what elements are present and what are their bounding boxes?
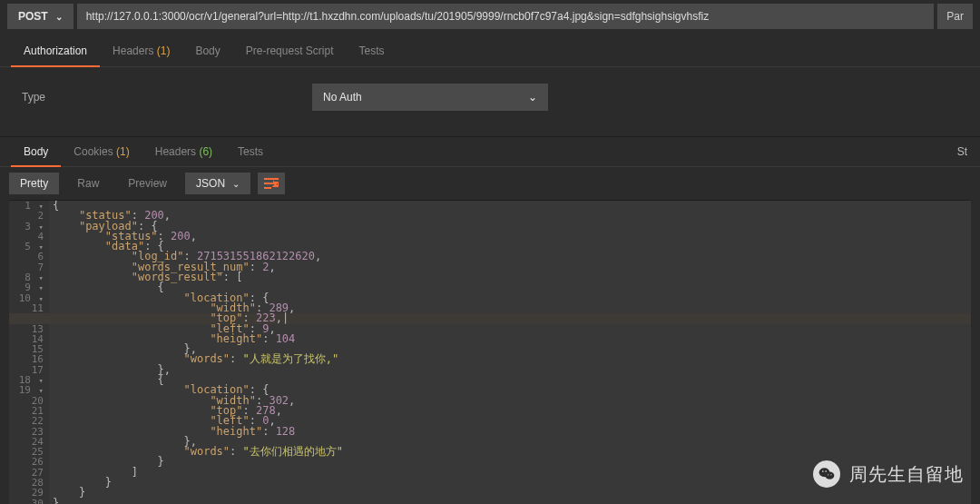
code-line: "status": 200, [53,211,971,221]
svg-point-5 [822,470,824,472]
line-gutter: 1 ▾23 ▾45 ▾678 ▾9 ▾10 ▾1112131415161718 … [9,201,49,504]
svg-point-8 [830,474,831,475]
pretty-button[interactable]: Pretty [9,173,59,194]
code-line: "status": 200, [53,232,971,242]
headers-count-badge: (1) [157,44,171,57]
wrap-icon [264,177,279,190]
format-select[interactable]: JSON ⌄ [185,173,250,194]
resp-tab-tests[interactable]: Tests [225,137,276,166]
resp-tab-headers[interactable]: Headers (6) [142,137,225,166]
svg-point-4 [825,472,834,479]
chevron-down-icon: ⌄ [55,12,63,22]
tab-authorization[interactable]: Authorization [11,36,100,66]
code-area: { "status": 200, "payload": { "status": … [53,201,971,504]
tab-prerequest[interactable]: Pre-request Script [233,36,347,66]
watermark-text: 周先生自留地 [849,462,964,487]
method-select[interactable]: POST ⌄ [7,4,74,29]
resp-tab-cookies[interactable]: Cookies (1) [61,137,142,166]
request-tabs: Authorization Headers (1) Body Pre-reque… [0,36,980,67]
resp-tab-body[interactable]: Body [11,137,61,166]
chevron-down-icon: ⌄ [528,91,537,104]
auth-type-select[interactable]: No Auth ⌄ [312,84,548,111]
preview-button[interactable]: Preview [117,173,178,194]
svg-rect-0 [264,178,279,180]
code-line: } [53,488,971,498]
wrap-lines-button[interactable] [258,173,285,194]
status-label: St [957,137,980,166]
method-label: POST [18,10,48,23]
watermark: 周先生自留地 [813,460,964,488]
tab-headers[interactable]: Headers (1) [100,36,182,66]
svg-point-7 [828,474,828,475]
response-editor[interactable]: 1 ▾23 ▾45 ▾678 ▾9 ▾10 ▾1112131415161718 … [9,200,971,504]
auth-type-label: Type [22,91,312,104]
tab-tests[interactable]: Tests [346,36,397,66]
cookies-count-badge: (1) [116,145,130,158]
svg-rect-2 [264,187,271,189]
chevron-down-icon: ⌄ [232,179,240,189]
code-line: "words": "去你们相遇的地方" [53,447,971,457]
url-input[interactable] [77,4,935,29]
response-tabs: Body Cookies (1) Headers (6) Tests St [0,136,980,167]
code-line: } [53,499,971,504]
resp-headers-count-badge: (6) [199,145,212,158]
code-line: { [53,201,971,211]
body-toolbar: Pretty Raw Preview JSON ⌄ [0,167,980,200]
params-button[interactable]: Par [937,4,973,29]
tab-body[interactable]: Body [182,36,232,66]
wechat-icon [813,460,840,488]
code-line: }, [53,365,971,375]
authorization-panel: Type No Auth ⌄ [0,67,980,136]
code-line: "words_result": [ [53,272,971,282]
code-line: "words": "人就是为了找你," [53,354,971,364]
svg-point-6 [825,470,827,472]
raw-button[interactable]: Raw [66,173,110,194]
